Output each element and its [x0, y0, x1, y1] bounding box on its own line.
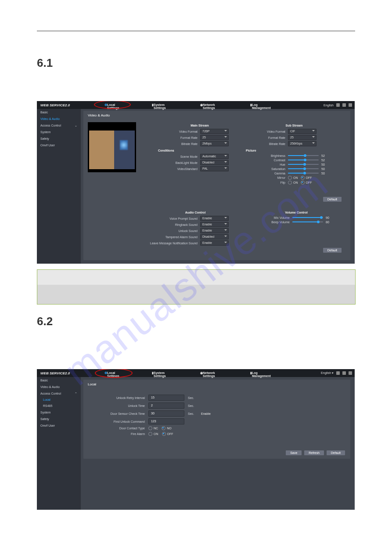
- first-unlock-input[interactable]: 123: [148, 418, 184, 424]
- door-sensor-input[interactable]: 30: [148, 410, 184, 417]
- panel-title: Video & Audio: [83, 111, 350, 120]
- nav-log-management[interactable]: ▮Log Management: [250, 371, 252, 375]
- beep-volume-slider[interactable]: [292, 220, 323, 224]
- top-rule: [37, 31, 355, 31]
- saturation-slider[interactable]: [288, 167, 319, 170]
- video-preview: [88, 122, 136, 172]
- sub-video-format-select[interactable]: CIF: [288, 129, 316, 134]
- unlock-sound-select[interactable]: Enable: [200, 228, 229, 233]
- tampered-alarm-select[interactable]: Disabled: [200, 234, 229, 239]
- chevron-down-icon: [312, 142, 315, 144]
- gamma-slider[interactable]: [288, 171, 319, 175]
- fire-alarm-off-radio[interactable]: OFF: [162, 432, 173, 436]
- sidebar-item-video-audio[interactable]: Video & Audio: [37, 116, 81, 122]
- user-icon[interactable]: [336, 371, 340, 375]
- sidebar-item-video-audio[interactable]: Video & Audio: [37, 384, 81, 390]
- main-bitrate-select[interactable]: 2Mbps: [200, 141, 229, 146]
- sidebar-subitem-local[interactable]: Local: [37, 397, 81, 403]
- voice-prompt-select[interactable]: Enable: [200, 216, 229, 221]
- main-video-format-select[interactable]: 720P: [200, 129, 229, 134]
- hue-slider[interactable]: [288, 163, 319, 166]
- home-icon[interactable]: [342, 371, 346, 375]
- default-button-1[interactable]: Default: [323, 197, 342, 202]
- label: Gamma: [246, 172, 285, 175]
- unit: Sec.: [188, 412, 194, 415]
- nav-network-settings[interactable]: ◉Network Settings: [200, 371, 203, 375]
- nav-system-settings[interactable]: ▮System Settings: [152, 103, 154, 107]
- mirror-off-radio[interactable]: OFF: [301, 176, 312, 180]
- fire-alarm-on-radio[interactable]: ON: [148, 432, 158, 436]
- label: Unlock Retry Interval: [92, 396, 145, 399]
- home-icon[interactable]: [342, 103, 346, 107]
- chevron-down-icon: [224, 142, 227, 144]
- chevron-down-icon: [224, 236, 227, 237]
- sidebar-item-basic[interactable]: Basic: [37, 109, 81, 116]
- top-nav: ⚙ Local Settings ▮System Settings ◉Netwo…: [37, 369, 355, 377]
- language-selector[interactable]: English: [324, 104, 334, 107]
- door-contact-no-radio[interactable]: NO: [162, 426, 172, 430]
- sub-bitrate-select[interactable]: 256Kbps: [288, 141, 316, 146]
- leave-msg-select[interactable]: Enable: [200, 240, 229, 246]
- scene-mode-select[interactable]: Automatic: [200, 154, 229, 159]
- backlight-mode-select[interactable]: Disabled: [200, 160, 229, 165]
- sidebar-item-access-control[interactable]: Access Control⌄: [37, 122, 81, 129]
- app-header: WEB SERVICE2.0 ⚙ Local Settings ▮System …: [37, 369, 355, 377]
- chevron-down-icon: [224, 161, 227, 163]
- brightness-slider[interactable]: [288, 154, 319, 157]
- settings-panel: Video & Audio Main Stream Video Format72…: [83, 111, 350, 260]
- sidebar-item-safety[interactable]: Safety: [37, 135, 81, 142]
- door-contact-nc-radio[interactable]: NC: [148, 426, 158, 430]
- header-right: English ▾: [321, 369, 352, 377]
- chevron-down-icon: [224, 130, 227, 131]
- language-selector[interactable]: English ▾: [321, 371, 334, 375]
- screenshot-6-2: WEB SERVICE2.0 ⚙ Local Settings ▮System …: [37, 369, 355, 510]
- label: Fire Alarm: [92, 432, 145, 435]
- mic-volume-value: 90: [326, 216, 332, 219]
- label: Unlock Sound: [145, 229, 198, 232]
- unlock-retry-input[interactable]: 15: [148, 395, 184, 401]
- sidebar-item-access-control[interactable]: Access Control⌃: [37, 390, 81, 397]
- ringback-select[interactable]: Enable: [200, 222, 229, 227]
- user-icon[interactable]: [336, 103, 340, 107]
- contrast-slider[interactable]: [288, 158, 319, 162]
- label: Beep Volume: [250, 221, 290, 224]
- sidebar-item-safety[interactable]: Safety: [37, 416, 81, 422]
- chevron-down-icon: [224, 223, 227, 225]
- chevron-down-icon: [312, 130, 315, 131]
- nav-network-settings[interactable]: ◉Network Settings: [200, 103, 203, 107]
- sub-format-rate-select[interactable]: 25: [288, 135, 316, 140]
- sidebar-item-system[interactable]: System: [37, 409, 81, 416]
- sidebar-item-onvif[interactable]: Onvif User: [37, 422, 81, 429]
- nav-log-management[interactable]: ▮Log Management: [250, 103, 252, 107]
- mic-volume-slider[interactable]: [292, 216, 323, 219]
- chevron-down-icon: [312, 136, 315, 138]
- nav-local-settings[interactable]: ⚙ Local Settings: [104, 371, 107, 375]
- logout-icon[interactable]: [349, 103, 352, 107]
- header-right: English: [324, 101, 352, 109]
- sidebar-subitem-rs485[interactable]: RS485: [37, 403, 81, 409]
- saturation-value: 50: [321, 167, 327, 170]
- save-button[interactable]: Save: [286, 450, 302, 455]
- nav-system-settings[interactable]: ▮System Settings: [152, 371, 154, 375]
- flip-off-radio[interactable]: OFF: [301, 181, 312, 185]
- chevron-up-icon: ⌃: [75, 392, 77, 395]
- unlock-time-input[interactable]: 2: [148, 403, 184, 409]
- default-button[interactable]: Default: [327, 450, 345, 455]
- chevron-down-icon: [224, 136, 227, 138]
- default-button-2[interactable]: Default: [323, 248, 342, 253]
- nav-local-settings[interactable]: ⚙ Local Settings: [104, 103, 107, 107]
- main-format-rate-select[interactable]: 25: [200, 135, 229, 140]
- mirror-on-radio[interactable]: ON: [288, 176, 298, 180]
- label: Saturation: [246, 167, 285, 170]
- sidebar-item-system[interactable]: System: [37, 129, 81, 135]
- label: Video Format: [246, 130, 285, 133]
- preview-light: [120, 140, 128, 150]
- label: Unlock Time: [92, 404, 145, 407]
- flip-on-radio[interactable]: ON: [288, 181, 298, 185]
- video-standard-select[interactable]: PAL: [200, 166, 229, 171]
- sidebar-item-basic[interactable]: Basic: [37, 377, 81, 384]
- door-sensor-enable[interactable]: Enable: [201, 412, 211, 415]
- sidebar-item-onvif[interactable]: Onvif User: [37, 142, 81, 149]
- logout-icon[interactable]: [349, 371, 352, 375]
- refresh-button[interactable]: Refresh: [304, 450, 324, 455]
